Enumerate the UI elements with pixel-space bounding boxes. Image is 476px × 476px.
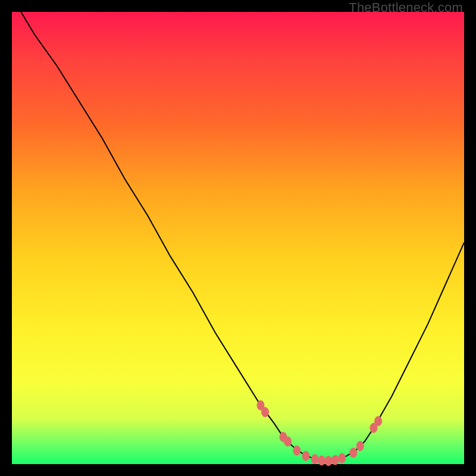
plot-area — [12, 12, 464, 464]
data-points-group — [257, 400, 382, 465]
data-point — [375, 416, 382, 426]
data-point — [356, 441, 364, 451]
chart-frame: TheBottleneck.com — [0, 0, 476, 476]
data-point — [293, 446, 300, 455]
data-point — [302, 451, 309, 461]
data-point — [311, 455, 318, 464]
data-point — [284, 437, 292, 446]
data-point — [318, 456, 325, 465]
watermark-text: TheBottleneck.com — [349, 0, 463, 15]
data-point — [339, 453, 346, 463]
chart-svg — [12, 12, 464, 464]
data-point — [350, 448, 357, 458]
data-point — [325, 456, 332, 466]
bottleneck-curve — [21, 12, 464, 461]
data-point — [331, 455, 339, 465]
data-point — [262, 408, 269, 417]
